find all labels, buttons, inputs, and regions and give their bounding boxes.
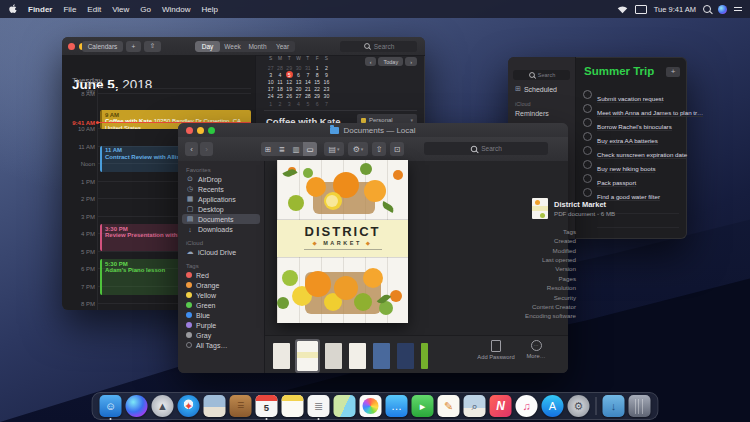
sidebar-item[interactable]: ☁ iCloud Drive <box>182 247 260 257</box>
mini-month-day[interactable]: 25 <box>275 93 284 100</box>
group-button[interactable]: ▤▾ <box>324 142 344 156</box>
mini-month-day[interactable]: 1 <box>312 64 321 71</box>
reminders-search-field[interactable]: Search <box>513 70 570 80</box>
mini-month-day[interactable]: 26 <box>285 93 294 100</box>
sidebar-item[interactable]: ↓ Downloads <box>182 224 260 234</box>
prev-button[interactable]: ‹ <box>365 57 377 66</box>
view-tab[interactable]: Day <box>195 41 220 52</box>
mini-month-day[interactable]: 4 <box>294 100 303 107</box>
mini-month-day[interactable]: 3 <box>266 71 275 78</box>
notes[interactable] <box>282 395 304 417</box>
menu-item[interactable]: Window <box>162 5 190 14</box>
sidebar-item[interactable]: ◷ Recents <box>182 184 260 194</box>
sidebar-tag[interactable]: Yellow <box>182 290 260 300</box>
checkbox[interactable] <box>583 146 592 155</box>
calendars-button[interactable]: Calendars <box>82 41 123 52</box>
menu-clock[interactable]: Tue 9:41 AM <box>654 5 696 14</box>
mini-month-day[interactable]: 12 <box>285 78 294 85</box>
mini-month-day[interactable]: 5 <box>286 71 293 78</box>
sidebar-tag[interactable]: Green <box>182 300 260 310</box>
mail[interactable] <box>204 395 226 417</box>
mini-month-day[interactable]: 29 <box>285 64 294 71</box>
mini-month-day[interactable]: 2 <box>322 64 331 71</box>
calendar-search-field[interactable]: Search <box>340 41 417 52</box>
mini-month-day[interactable]: 13 <box>294 78 303 85</box>
menu-item[interactable]: File <box>63 5 76 14</box>
reminder-item[interactable]: Borrow Rachel's binoculars <box>575 115 687 129</box>
mini-month-day[interactable]: 19 <box>285 86 294 93</box>
mini-month-day[interactable]: 6 <box>312 100 321 107</box>
mini-month-day[interactable]: 15 <box>312 78 321 85</box>
mini-month-day[interactable]: 30 <box>294 64 303 71</box>
reminder-item[interactable]: Find a good water filter <box>575 185 687 199</box>
siri-menu-icon[interactable] <box>718 5 727 14</box>
sidebar-item[interactable]: ▢ Desktop <box>182 204 260 214</box>
mini-month-day[interactable]: 31 <box>303 64 312 71</box>
menu-item[interactable]: View <box>112 5 129 14</box>
wifi-icon[interactable] <box>617 5 628 14</box>
mini-month-day[interactable]: 14 <box>303 78 312 85</box>
mini-month-day[interactable]: 8 <box>312 71 321 78</box>
file-thumbnail[interactable] <box>273 343 290 369</box>
mini-month-day[interactable]: 21 <box>303 86 312 93</box>
notification-center-icon[interactable] <box>734 7 742 8</box>
tags-button[interactable]: ⊡ <box>390 142 404 156</box>
reminder-item[interactable]: Buy extra AA batteries <box>575 129 687 143</box>
mini-month-day[interactable]: 7 <box>322 100 331 107</box>
reminder-item[interactable]: Pack passport <box>575 171 687 185</box>
add-reminder-button[interactable]: + <box>666 67 680 77</box>
safari[interactable]: ✦ <box>178 395 200 417</box>
app-store[interactable]: A <box>542 395 564 417</box>
news[interactable]: N <box>490 395 512 417</box>
share-button[interactable]: ⇧ <box>372 142 386 156</box>
finder-search-field[interactable]: Search <box>424 142 548 155</box>
mini-month-day[interactable]: 29 <box>312 93 321 100</box>
mini-month-day[interactable]: 17 <box>266 86 275 93</box>
reminder-item[interactable]: Buy new hiking boots <box>575 157 687 171</box>
mini-month-day[interactable]: 23 <box>322 86 331 93</box>
mini-month-day[interactable]: 18 <box>275 86 284 93</box>
reminders[interactable]: ≣ <box>308 395 330 417</box>
add-password-button[interactable]: Add Password <box>476 340 516 361</box>
spotlight-icon[interactable] <box>703 5 711 13</box>
share-button[interactable]: ⇧ <box>144 41 161 52</box>
mini-month-day[interactable]: 10 <box>266 78 275 85</box>
mini-month-day[interactable]: 2 <box>275 100 284 107</box>
checkbox[interactable] <box>583 104 592 113</box>
checkbox[interactable] <box>583 160 592 169</box>
pdf-preview[interactable]: DISTRICT ◆ MARKET ◆ <box>277 160 408 323</box>
action-button[interactable]: ⚙▾ <box>348 142 368 156</box>
file-thumbnail[interactable] <box>421 343 428 369</box>
sidebar-item[interactable]: ▦ Applications <box>182 194 260 204</box>
reminder-item[interactable]: Check sunscreen expiration date <box>575 143 687 157</box>
sidebar-tag[interactable]: Orange <box>182 280 260 290</box>
checkbox[interactable] <box>583 118 592 127</box>
messages[interactable]: … <box>386 395 408 417</box>
sidebar-tag[interactable]: Purple <box>182 320 260 330</box>
add-event-button[interactable]: + <box>126 41 141 52</box>
file-thumbnail[interactable] <box>397 343 414 369</box>
photos[interactable] <box>360 395 382 417</box>
next-button[interactable]: › <box>405 57 417 66</box>
mini-month-day[interactable]: 11 <box>275 78 284 85</box>
sidebar-item-reminders[interactable]: Reminders <box>515 110 549 117</box>
mini-month-day[interactable]: 28 <box>303 93 312 100</box>
icon-view-button[interactable]: ⊞ <box>261 142 275 156</box>
mini-month-day[interactable]: 27 <box>266 64 275 71</box>
mini-month-day[interactable]: 1 <box>266 100 275 107</box>
menu-item[interactable]: Finder <box>28 5 52 14</box>
file-thumbnail[interactable] <box>373 343 390 369</box>
forward-button[interactable]: › <box>200 142 213 156</box>
display-icon[interactable] <box>635 5 647 14</box>
menu-item[interactable]: Edit <box>87 5 101 14</box>
reminder-item[interactable]: Meet with Anna and James to plan tr… <box>575 101 687 115</box>
itunes[interactable]: ♫ <box>516 395 538 417</box>
sidebar-tag[interactable]: Gray <box>182 330 260 340</box>
mini-month-day[interactable]: 5 <box>303 100 312 107</box>
preview[interactable]: ⌕ <box>464 395 486 417</box>
sidebar-item[interactable]: ▤ Documents <box>182 214 260 224</box>
pages[interactable]: ✎ <box>438 395 460 417</box>
view-tab[interactable]: Month <box>245 41 270 52</box>
file-thumbnail[interactable] <box>325 343 342 369</box>
mini-month-day[interactable]: 4 <box>275 71 284 78</box>
